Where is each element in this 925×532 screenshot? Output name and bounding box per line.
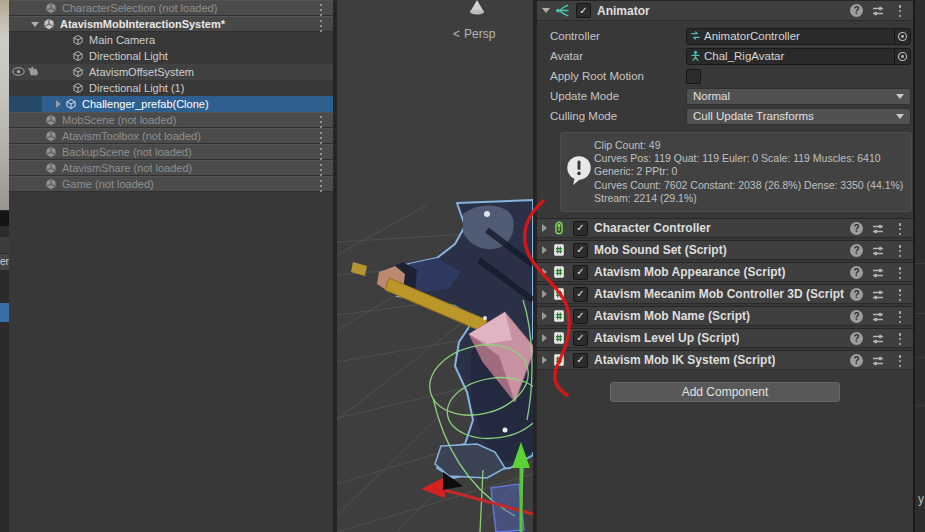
component-enabled-checkbox[interactable]: ✓ bbox=[573, 265, 588, 280]
dropdown-value: Cull Update Transforms bbox=[693, 110, 896, 122]
component-enabled-checkbox[interactable]: ✓ bbox=[573, 243, 588, 258]
unity-scene-icon bbox=[45, 130, 57, 142]
hierarchy-row-active-scene[interactable]: AtavismMobInteractionSystem* bbox=[9, 16, 333, 32]
hierarchy-row-directional-light[interactable]: Directional Light bbox=[9, 48, 333, 64]
foldout-closed-icon[interactable] bbox=[542, 224, 547, 232]
foldout-open-icon[interactable] bbox=[542, 8, 550, 13]
atavism-mob-appearance-header[interactable]: ✓ Atavism Mob Appearance (Script) ? bbox=[537, 262, 913, 282]
hierarchy-row-mobscene[interactable]: MobScene (not loaded) bbox=[9, 112, 333, 128]
apply-root-motion-checkbox[interactable] bbox=[686, 69, 701, 84]
presets-icon[interactable] bbox=[871, 244, 885, 258]
object-picker-icon[interactable] bbox=[894, 29, 910, 44]
controller-object-field[interactable]: AnimatorController bbox=[686, 28, 911, 45]
component-enabled-checkbox[interactable]: ✓ bbox=[573, 287, 588, 302]
hierarchy-row-label: MobScene (not loaded) bbox=[62, 114, 176, 126]
update-mode-row: Update Mode Normal bbox=[537, 86, 913, 106]
mob-sound-set-header[interactable]: ✓ Mob Sound Set (Script) ? bbox=[537, 240, 913, 260]
kebab-menu-icon[interactable] bbox=[317, 163, 325, 177]
property-label: Update Mode bbox=[550, 90, 686, 102]
hierarchy-row-challenger-prefab-selected[interactable]: Challenger_prefab(Clone) bbox=[9, 96, 333, 112]
view-orientation-gizmo[interactable] bbox=[470, 0, 484, 15]
atavism-level-up-header[interactable]: ✓ Atavism Level Up (Script) ? bbox=[537, 328, 913, 348]
character-controller-header[interactable]: ✓ Character Controller ? bbox=[537, 218, 913, 238]
kebab-menu-icon[interactable] bbox=[896, 310, 904, 324]
scene-view[interactable]: < Persp bbox=[337, 0, 533, 532]
help-icon[interactable]: ? bbox=[850, 288, 863, 301]
kebab-menu-icon[interactable] bbox=[317, 147, 325, 161]
presets-icon[interactable] bbox=[871, 288, 885, 302]
update-mode-dropdown[interactable]: Normal bbox=[686, 88, 911, 105]
scene-3d-canvas[interactable] bbox=[337, 0, 533, 532]
hierarchy-row-atavismshare[interactable]: AtavismShare (not loaded) bbox=[9, 160, 333, 176]
help-icon[interactable]: ? bbox=[850, 244, 863, 257]
kebab-menu-icon[interactable] bbox=[896, 244, 904, 258]
stats-line: Stream: 2214 (29.1%) bbox=[594, 192, 912, 205]
kebab-menu-icon[interactable] bbox=[317, 131, 325, 145]
help-icon[interactable]: ? bbox=[850, 4, 863, 17]
kebab-menu-icon[interactable] bbox=[896, 332, 904, 346]
kebab-menu-icon[interactable] bbox=[896, 266, 904, 280]
presets-icon[interactable] bbox=[871, 332, 885, 346]
presets-icon[interactable] bbox=[871, 310, 885, 324]
foldout-closed-icon[interactable] bbox=[542, 268, 547, 276]
camera-projection-label[interactable]: < Persp bbox=[453, 27, 495, 41]
hierarchy-panel: CharacterSelection (not loaded) AtavismM… bbox=[9, 0, 333, 532]
presets-icon[interactable] bbox=[871, 354, 885, 368]
component-list: ✓ Character Controller ? ✓ Mob Sound Set… bbox=[537, 218, 913, 370]
foldout-closed-icon[interactable] bbox=[542, 312, 547, 320]
culling-mode-row: Culling Mode Cull Update Transforms bbox=[537, 106, 913, 126]
unity-scene-icon bbox=[43, 18, 55, 30]
script-icon bbox=[552, 309, 567, 324]
object-picker-icon[interactable] bbox=[894, 49, 910, 64]
kebab-menu-icon[interactable] bbox=[317, 179, 325, 193]
component-enabled-checkbox[interactable]: ✓ bbox=[573, 309, 588, 324]
help-icon[interactable]: ? bbox=[850, 310, 863, 323]
atavism-mecanim-mob-controller-header[interactable]: ✓ Atavism Mecanim Mob Controller 3D (Scr… bbox=[537, 284, 913, 304]
help-icon[interactable]: ? bbox=[850, 266, 863, 279]
picking-hand-icon[interactable] bbox=[27, 66, 39, 78]
kebab-menu-icon[interactable] bbox=[896, 4, 904, 18]
help-icon[interactable]: ? bbox=[850, 332, 863, 345]
help-icon[interactable]: ? bbox=[850, 354, 863, 367]
kebab-menu-icon[interactable] bbox=[317, 115, 325, 129]
hierarchy-row-main-camera[interactable]: Main Camera bbox=[9, 32, 333, 48]
component-enabled-checkbox[interactable]: ✓ bbox=[573, 221, 588, 236]
avatar-object-field[interactable]: Chal_RigAvatar bbox=[686, 48, 911, 65]
atavism-mob-name-header[interactable]: ✓ Atavism Mob Name (Script) ? bbox=[537, 306, 913, 326]
component-enabled-checkbox[interactable]: ✓ bbox=[573, 331, 588, 346]
hierarchy-row-label: Challenger_prefab(Clone) bbox=[82, 98, 209, 110]
presets-icon[interactable] bbox=[871, 266, 885, 280]
kebab-menu-icon[interactable] bbox=[896, 354, 904, 368]
hierarchy-row-game[interactable]: Game (not loaded) bbox=[9, 176, 333, 192]
inspector-panel: ✓ Animator ? Controller AnimatorControll… bbox=[537, 0, 913, 532]
component-enabled-checkbox[interactable]: ✓ bbox=[576, 3, 591, 18]
hierarchy-row-label: AtavismShare (not loaded) bbox=[62, 162, 192, 174]
add-component-button[interactable]: Add Component bbox=[610, 382, 840, 402]
right-sliver-segment bbox=[915, 313, 925, 314]
foldout-closed-icon[interactable] bbox=[56, 100, 61, 108]
kebab-menu-icon[interactable] bbox=[896, 222, 904, 236]
visibility-eye-icon[interactable] bbox=[12, 66, 25, 78]
kebab-menu-icon[interactable] bbox=[896, 288, 904, 302]
atavism-mob-ik-system-header[interactable]: ✓ Atavism Mob IK System (Script) ? bbox=[537, 350, 913, 370]
culling-mode-dropdown[interactable]: Cull Update Transforms bbox=[686, 108, 911, 125]
hierarchy-row-directional-light-1[interactable]: Directional Light (1) bbox=[9, 80, 333, 96]
foldout-closed-icon[interactable] bbox=[542, 356, 547, 364]
hierarchy-row-backupscene[interactable]: BackupScene (not loaded) bbox=[9, 144, 333, 160]
hierarchy-row-atavismtoolbox[interactable]: AtavismToolbox (not loaded) bbox=[9, 128, 333, 144]
animator-component-header[interactable]: ✓ Animator ? bbox=[537, 0, 913, 21]
hierarchy-row-characterselection[interactable]: CharacterSelection (not loaded) bbox=[9, 0, 333, 16]
stats-line: Curves Pos: 119 Quat: 119 Euler: 0 Scale… bbox=[594, 152, 912, 165]
foldout-open-icon[interactable] bbox=[31, 22, 39, 27]
foldout-closed-icon[interactable] bbox=[542, 334, 547, 342]
kebab-menu-icon[interactable] bbox=[317, 3, 325, 17]
foldout-closed-icon[interactable] bbox=[542, 246, 547, 254]
foldout-closed-icon[interactable] bbox=[542, 290, 547, 298]
component-enabled-checkbox[interactable]: ✓ bbox=[573, 353, 588, 368]
presets-icon[interactable] bbox=[871, 4, 885, 18]
right-sliver-clipped-text: y bbox=[918, 492, 924, 506]
help-icon[interactable]: ? bbox=[850, 222, 863, 235]
hierarchy-row-atavismoffsetsystem[interactable]: AtavismOffsetSystem bbox=[9, 64, 333, 80]
presets-icon[interactable] bbox=[871, 222, 885, 236]
kebab-menu-icon[interactable] bbox=[317, 19, 325, 33]
